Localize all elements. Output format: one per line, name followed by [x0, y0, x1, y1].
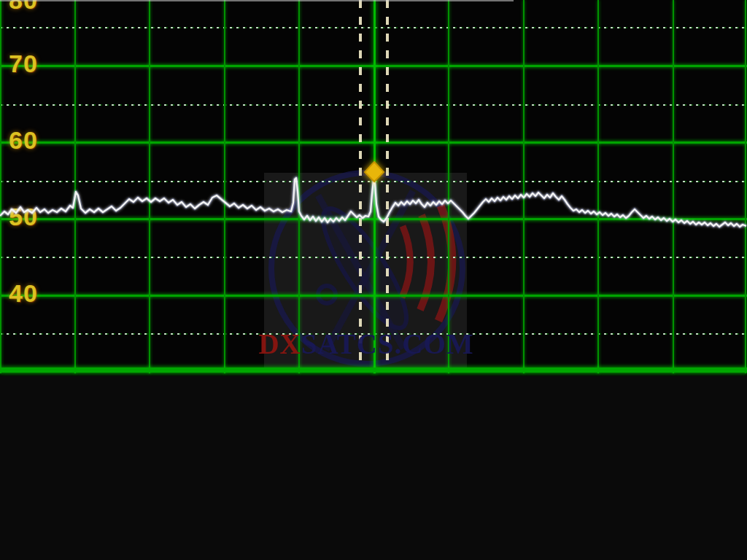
meter-screen: 8070605040 DXSATCS.COM Pwr 63.0 dBµV 168… [0, 0, 747, 560]
spectrum-trace [0, 0, 747, 376]
readout-panel: Pwr 63.0 dBµV 1681.30 MHz. C/N 2.8 dB Pw… [0, 376, 747, 560]
marker-diamond-icon [365, 162, 384, 182]
spectrum-plot: 8070605040 DXSATCS.COM [0, 0, 747, 376]
